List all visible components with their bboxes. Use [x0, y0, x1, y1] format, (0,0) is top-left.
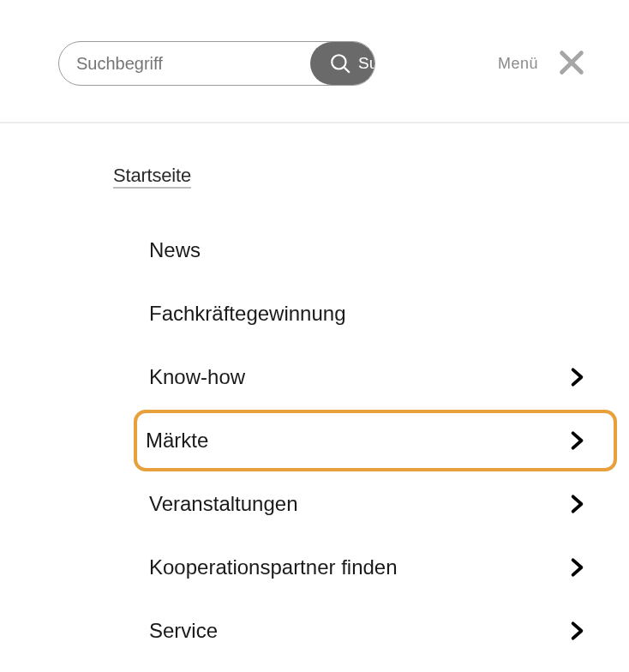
chevron-right-icon — [566, 556, 588, 579]
menu-item-fachkräftegewinnung[interactable]: Fachkräftegewinnung — [146, 283, 617, 345]
menu-item-kooperationspartner-finden[interactable]: Kooperationspartner finden — [146, 537, 617, 598]
menu-item-über-imove[interactable]: Über iMOVE — [146, 663, 617, 672]
chevron-right-icon — [566, 493, 588, 515]
menu-item-know-how[interactable]: Know-how — [146, 346, 617, 408]
menu-close-group: Menü — [498, 45, 590, 83]
close-menu-button[interactable] — [554, 45, 590, 83]
search-icon — [329, 52, 351, 75]
menu-list: NewsFachkräftegewinnungKnow-howMärkteVer… — [113, 219, 617, 672]
svg-line-1 — [344, 68, 350, 73]
menu-label: Menü — [498, 55, 538, 73]
menu-item-label: Fachkräftegewinnung — [149, 302, 591, 326]
search-button[interactable]: Suchen — [310, 42, 375, 85]
menu-item-label: Kooperationspartner finden — [149, 555, 566, 579]
menu-item-service[interactable]: Service — [146, 600, 617, 662]
chevron-right-icon — [566, 429, 588, 452]
menu-item-label: Märkte — [146, 429, 566, 453]
search-container: Suchen — [58, 41, 375, 86]
search-input[interactable] — [59, 54, 310, 74]
menu-item-märkte[interactable]: Märkte — [134, 410, 617, 471]
svg-point-0 — [332, 55, 345, 69]
breadcrumb-startseite[interactable]: Startseite — [113, 165, 191, 187]
menu-item-label: Veranstaltungen — [149, 492, 566, 516]
menu-item-label: News — [149, 238, 591, 262]
main-navigation: Startseite NewsFachkräftegewinnungKnow-h… — [0, 123, 629, 672]
menu-item-news[interactable]: News — [146, 219, 617, 281]
menu-item-label: Know-how — [149, 365, 566, 389]
header-bar: Suchen Menü — [0, 0, 629, 123]
search-button-label: Suchen — [358, 54, 375, 73]
menu-item-label: Service — [149, 619, 566, 643]
chevron-right-icon — [566, 366, 588, 388]
chevron-right-icon — [566, 620, 588, 642]
close-icon — [557, 48, 586, 77]
menu-item-veranstaltungen[interactable]: Veranstaltungen — [146, 473, 617, 535]
